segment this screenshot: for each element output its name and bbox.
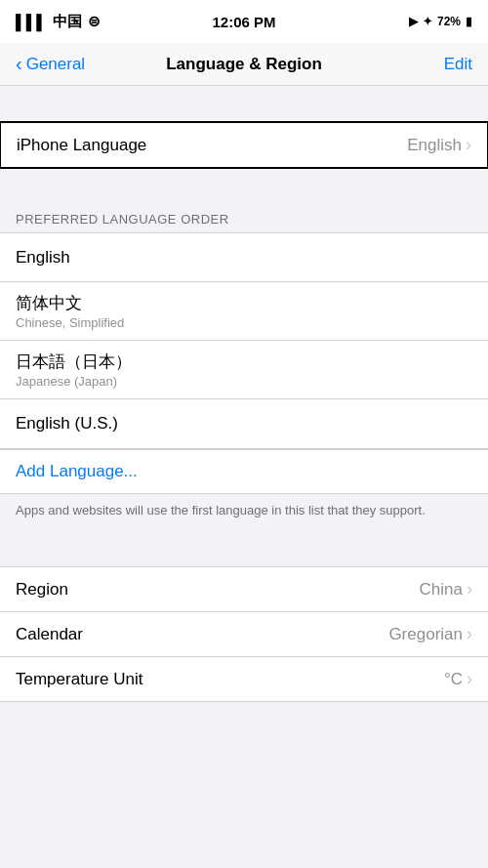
temperature-chevron-icon: ›	[467, 669, 472, 689]
preferred-languages-group: English 简体中文 Chinese, Simplified 日本語（日本）…	[0, 232, 488, 449]
iphone-language-chevron-icon: ›	[466, 135, 471, 155]
lang-secondary-1: Chinese, Simplified	[16, 315, 124, 330]
lang-secondary-2: Japanese (Japan)	[16, 374, 117, 389]
lang-primary-1: 简体中文	[16, 292, 82, 314]
iphone-language-group: iPhone Language English ›	[0, 121, 488, 169]
region-value: China	[420, 580, 463, 599]
section-spacer-1	[0, 169, 488, 204]
temperature-value: °C	[444, 670, 463, 689]
calendar-value: Gregorian	[388, 625, 463, 644]
add-language-group: Add Language...	[0, 449, 488, 494]
top-spacer	[0, 86, 488, 121]
battery-icon: ▮	[466, 15, 472, 28]
carrier-label: 中国	[53, 13, 82, 31]
battery-label: 72%	[437, 15, 461, 28]
lang-primary-3: English (U.S.)	[16, 414, 118, 434]
lang-primary-0: English	[16, 248, 70, 268]
bluetooth-icon: ✦	[423, 15, 432, 28]
calendar-chevron-icon: ›	[467, 624, 472, 644]
iphone-language-value: English	[407, 136, 462, 155]
add-language-cell[interactable]: Add Language...	[0, 449, 488, 493]
iphone-language-value-group: English ›	[407, 135, 471, 155]
region-cell[interactable]: Region China ›	[0, 567, 488, 612]
back-label: General	[26, 55, 85, 74]
calendar-value-group: Gregorian ›	[388, 624, 472, 644]
status-time: 12:06 PM	[212, 14, 275, 30]
iphone-language-cell[interactable]: iPhone Language English ›	[0, 121, 488, 169]
calendar-label: Calendar	[16, 625, 83, 644]
iphone-language-label: iPhone Language	[17, 136, 146, 155]
nav-title: Language & Region	[166, 55, 322, 74]
region-value-group: China ›	[420, 579, 472, 599]
location-icon: ▶	[409, 15, 418, 28]
nav-bar: ‹ General Language & Region Edit	[0, 43, 488, 86]
list-item[interactable]: 简体中文 Chinese, Simplified	[0, 282, 488, 341]
wifi-icon: ⊜	[88, 13, 101, 30]
list-item[interactable]: English	[0, 233, 488, 282]
temperature-value-group: °C ›	[444, 669, 472, 689]
region-settings-group: Region China › Calendar Gregorian › Temp…	[0, 566, 488, 702]
region-label: Region	[16, 580, 68, 599]
status-bar: ▌▌▌ 中国 ⊜ 12:06 PM ▶ ✦ 72% ▮	[0, 0, 488, 43]
content-area: iPhone Language English › PREFERRED LANG…	[0, 86, 488, 702]
temperature-cell[interactable]: Temperature Unit °C ›	[0, 657, 488, 701]
temperature-label: Temperature Unit	[16, 670, 142, 689]
back-button[interactable]: ‹ General	[16, 55, 85, 74]
back-chevron-icon: ‹	[16, 54, 22, 73]
list-item[interactable]: English (U.S.)	[0, 399, 488, 448]
region-chevron-icon: ›	[467, 579, 472, 599]
status-right: ▶ ✦ 72% ▮	[409, 15, 472, 28]
list-item[interactable]: 日本語（日本） Japanese (Japan)	[0, 341, 488, 399]
lang-primary-2: 日本語（日本）	[16, 351, 132, 373]
signal-bars: ▌▌▌	[16, 14, 47, 30]
edit-button[interactable]: Edit	[444, 55, 472, 74]
status-left: ▌▌▌ 中国 ⊜	[16, 13, 101, 31]
preferred-lang-header: PREFERRED LANGUAGE ORDER	[0, 204, 488, 232]
preferred-lang-footer: Apps and websites will use the first lan…	[0, 494, 488, 531]
calendar-cell[interactable]: Calendar Gregorian ›	[0, 612, 488, 657]
add-language-label: Add Language...	[16, 462, 138, 481]
